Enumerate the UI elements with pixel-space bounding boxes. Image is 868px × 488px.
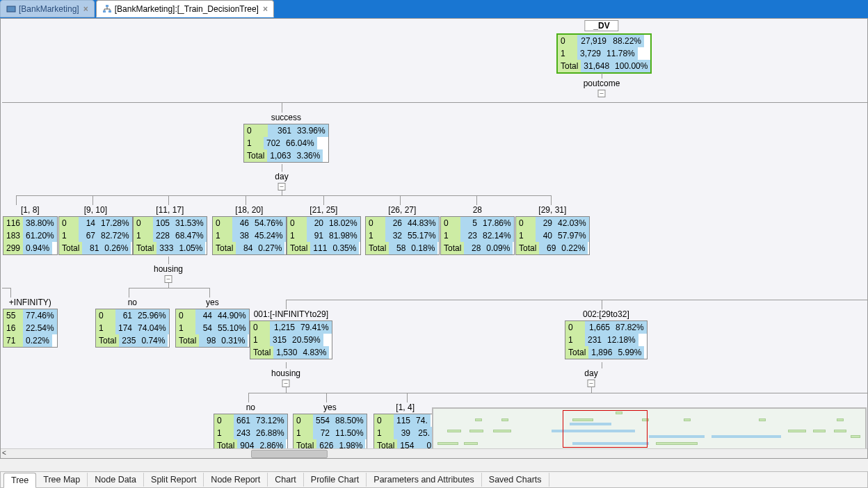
- close-icon[interactable]: ×: [263, 4, 268, 14]
- node-housing-no[interactable]: no 06125.96% 117474.04% Total2350.74%: [95, 298, 170, 348]
- node-day2-1-4[interactable]: [1, 4] 011574. 13925. Total1540.: [373, 402, 437, 453]
- btab-saved-charts[interactable]: Saved Charts: [482, 473, 549, 487]
- node-success[interactable]: success 036133.96% 170266.04% Total1,063…: [243, 113, 329, 163]
- node-root[interactable]: 027,91988.22% 13,72911.78% Total31,64810…: [556, 33, 652, 74]
- node-day-11-17[interactable]: [11, 17] 010531.53% 122868.47% Total3331…: [133, 205, 207, 255]
- node-day-28[interactable]: 28 0517.86% 12382.14% Total280.09%: [440, 205, 515, 255]
- root-var-label: _DV: [584, 20, 618, 31]
- tab-label: [BankMarketing]: [19, 4, 79, 14]
- minimap-viewport[interactable]: [563, 410, 648, 448]
- svg-rect-0: [7, 6, 15, 12]
- tab-bankmarketing[interactable]: [BankMarketing] ×: [0, 0, 95, 17]
- btab-parameters[interactable]: Parameters and Attributes: [367, 473, 482, 487]
- split-day: day: [275, 172, 288, 181]
- tree-icon: [102, 4, 112, 14]
- node-housing-yes[interactable]: yes 04444.90% 15455.10% Total980.31%: [175, 298, 250, 348]
- svg-rect-2: [103, 10, 106, 13]
- split-day-2: day: [584, 368, 597, 378]
- node-day-1-8[interactable]: [1, 8] 11638.80% 18361.20% 2990.94%: [3, 205, 58, 255]
- split-housing-2: housing: [271, 368, 300, 378]
- btab-split-report[interactable]: Split Report: [144, 473, 204, 487]
- expander-icon[interactable]: –: [588, 380, 595, 387]
- svg-rect-3: [108, 10, 111, 13]
- expander-icon[interactable]: –: [278, 183, 286, 190]
- h-scrollbar-thumb[interactable]: [251, 450, 328, 458]
- btab-chart[interactable]: Chart: [268, 473, 304, 487]
- view-tabs: Tree Tree Map Node Data Split Report Nod…: [0, 471, 868, 488]
- scroll-left-icon[interactable]: <: [2, 449, 6, 457]
- node-002[interactable]: 002:[29to32] 01,66587.82% 123112.18% Tot…: [565, 309, 648, 359]
- btab-tree[interactable]: Tree: [3, 473, 36, 488]
- node-day-18-20[interactable]: [18, 20] 04654.76% 13845.24% Total840.27…: [212, 205, 287, 255]
- split-housing: housing: [154, 264, 183, 274]
- dataset-icon: [6, 4, 16, 14]
- close-icon[interactable]: ×: [83, 4, 88, 14]
- h-scrollbar[interactable]: <: [1, 448, 867, 458]
- document-tabs: [BankMarketing] × [BankMarketing]:[_Trai…: [0, 0, 275, 17]
- node-housing2-yes[interactable]: yes 055488.50% 17211.50% Total6261.98%: [293, 402, 367, 453]
- tab-train-decisiontree[interactable]: [BankMarketing]:[_Train_DecisionTree] ×: [96, 0, 274, 17]
- node-day-9-10[interactable]: [9, 10] 01417.28% 16782.72% Total810.26%: [58, 205, 133, 255]
- btab-node-report[interactable]: Node Report: [204, 473, 268, 487]
- btab-tree-map[interactable]: Tree Map: [36, 473, 88, 487]
- node-infinity[interactable]: +INFINITY) 5577.46% 1622.54% 710.22%: [3, 298, 58, 348]
- tab-label: [BankMarketing]:[_Train_DecisionTree]: [115, 4, 259, 14]
- node-day-29-31[interactable]: [29, 31] 02942.03% 14057.97% Total690.22…: [515, 205, 590, 255]
- node-housing2-no[interactable]: no 066173.12% 124326.88% Total9042.86%: [214, 402, 288, 453]
- expander-icon[interactable]: –: [598, 90, 606, 97]
- svg-rect-1: [106, 5, 108, 7]
- node-001[interactable]: 001:[-INFINITYto29] 01,21579.41% 131520.…: [250, 309, 332, 359]
- tree-canvas[interactable]: _DV 027,91988.22% 13,72911.78% Total31,6…: [0, 18, 868, 459]
- split-poutcome: poutcome: [584, 79, 620, 88]
- expander-icon[interactable]: –: [282, 380, 290, 387]
- btab-node-data[interactable]: Node Data: [88, 473, 144, 487]
- expander-icon[interactable]: –: [165, 275, 172, 283]
- btab-profile-chart[interactable]: Profile Chart: [304, 473, 367, 487]
- node-day-26-27[interactable]: [26, 27] 02644.83% 13255.17% Total580.18…: [365, 205, 440, 255]
- node-day-21-25[interactable]: [21, 25] 02018.02% 19181.98% Total1110.3…: [287, 205, 361, 255]
